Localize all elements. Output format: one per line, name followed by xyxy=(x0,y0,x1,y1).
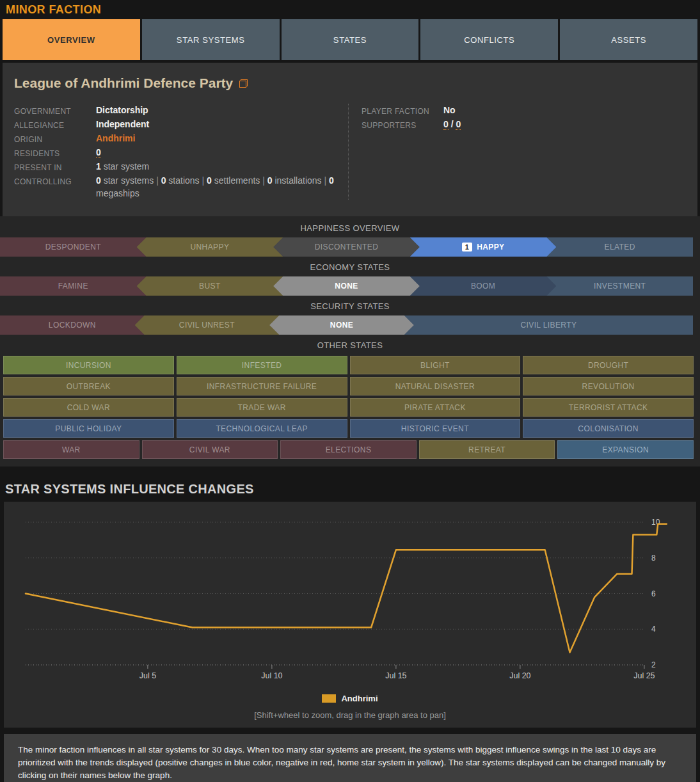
origin-link[interactable]: Andhrimi xyxy=(96,133,135,143)
detail-label: CONTROLLING xyxy=(14,174,96,200)
state-segment-none: NONE xyxy=(269,315,414,335)
detail-value-part[interactable]: 0 xyxy=(96,147,101,158)
detail-value: 0 xyxy=(96,146,101,160)
detail-value: 1 star system xyxy=(96,160,149,174)
state-cell-public-holiday: PUBLIC HOLIDAY xyxy=(3,419,174,438)
svg-text:8: 8 xyxy=(651,554,656,563)
faction-detail-row: ALLEGIANCEIndependent xyxy=(14,118,348,132)
detail-value-part: Dictatorship xyxy=(96,105,148,115)
svg-text:Jul 15: Jul 15 xyxy=(385,671,406,680)
tab-states[interactable]: STATES xyxy=(282,19,419,60)
faction-detail-row: PLAYER FACTIONNo xyxy=(362,104,686,118)
other-states-row: PUBLIC HOLIDAYTECHNOLOGICAL LEAPHISTORIC… xyxy=(3,419,694,438)
state-cell-historic-event: HISTORIC EVENT xyxy=(350,419,521,438)
legend-swatch-andhrimi xyxy=(322,694,336,703)
detail-value-part: 1 xyxy=(96,161,101,172)
detail-value-part: | xyxy=(154,175,161,186)
states-panel: HAPPINESS OVERVIEWDESPONDENTUNHAPPYDISCO… xyxy=(0,216,700,467)
state-cell-civil-war: CIVIL WAR xyxy=(142,440,278,459)
state-bar-security-states: LOCKDOWNCIVIL UNRESTNONECIVIL LIBERTY xyxy=(0,315,693,335)
state-segment-despondent: DESPONDENT xyxy=(0,237,147,257)
faction-info-panel: League of Andhrimi Defence Party GOVERNM… xyxy=(3,63,697,216)
detail-value: Andhrimi xyxy=(96,132,135,146)
state-cell-retreat: RETREAT xyxy=(419,440,555,459)
state-segment-famine: FAMINE xyxy=(0,276,147,296)
state-segment-civil-liberty: CIVIL LIBERTY xyxy=(404,315,693,335)
other-states-title: OTHER STATES xyxy=(0,335,700,355)
state-bar-title: ECONOMY STATES xyxy=(0,257,700,276)
tab-assets[interactable]: ASSETS xyxy=(560,19,697,60)
detail-value-part: installations xyxy=(273,175,322,186)
tab-conflicts[interactable]: CONFLICTS xyxy=(420,19,558,60)
detail-value-part: 0 xyxy=(207,175,212,186)
state-cell-natural-disaster: NATURAL DISASTER xyxy=(350,377,521,395)
svg-text:Jul 25: Jul 25 xyxy=(633,671,655,680)
state-bar-title: SECURITY STATES xyxy=(0,296,700,315)
faction-name: League of Andhrimi Defence Party xyxy=(14,76,233,91)
other-states-grid: INCURSIONINFESTEDBLIGHTDROUGHTOUTBREAKIN… xyxy=(3,356,694,459)
detail-value-part: Independent xyxy=(96,119,149,129)
svg-text:6: 6 xyxy=(651,589,656,598)
state-segment-lockdown: LOCKDOWN xyxy=(0,315,145,335)
faction-detail-row: PRESENT IN1 star system xyxy=(14,160,348,174)
state-cell-incursion: INCURSION xyxy=(3,356,174,374)
influence-chart[interactable]: 246810Jul 5Jul 10Jul 15Jul 20Jul 25 xyxy=(4,507,696,691)
state-bar-title: HAPPINESS OVERVIEW xyxy=(0,218,700,237)
detail-value: No xyxy=(443,104,456,118)
detail-value-part: star system xyxy=(101,161,149,172)
state-cell-infrastructure-failure: INFRASTRUCTURE FAILURE xyxy=(177,377,347,395)
legend-item-andhrimi[interactable]: Andhrimi xyxy=(341,694,378,703)
faction-detail-row: RESIDENTS0 xyxy=(14,146,348,160)
state-segment-none: NONE xyxy=(273,276,420,296)
faction-detail-row: GOVERNMENTDictatorship xyxy=(14,104,348,118)
state-segment-boom: BOOM xyxy=(410,276,557,296)
detail-value-part: 0 xyxy=(329,175,334,186)
detail-label: GOVERNMENT xyxy=(14,104,96,118)
state-bar-happiness-overview: DESPONDENTUNHAPPYDISCONTENTED1HAPPYELATE… xyxy=(0,237,693,257)
detail-value: 0 star systems | 0 stations | 0 settleme… xyxy=(96,174,348,200)
state-cell-war: WAR xyxy=(3,440,139,459)
detail-value-part: star systems xyxy=(101,175,154,186)
detail-label: ALLEGIANCE xyxy=(14,118,96,132)
state-segment-unhappy: UNHAPPY xyxy=(137,237,283,257)
svg-text:Jul 20: Jul 20 xyxy=(509,671,530,680)
state-cell-revolution: REVOLUTION xyxy=(523,377,694,395)
detail-value-part: | xyxy=(322,175,329,186)
detail-value-part[interactable]: 0 xyxy=(456,119,461,130)
tab-star-systems[interactable]: STAR SYSTEMS xyxy=(142,19,280,60)
svg-text:Jul 5: Jul 5 xyxy=(139,671,156,680)
other-states-row: INCURSIONINFESTEDBLIGHTDROUGHT xyxy=(3,356,694,374)
state-bar-economy-states: FAMINEBUSTNONEBOOMINVESTMENT xyxy=(0,276,693,296)
state-cell-infested: INFESTED xyxy=(177,356,347,374)
state-cell-pirate-attack: PIRATE ATTACK xyxy=(350,398,521,417)
detail-value-part: | xyxy=(260,175,267,186)
state-count-badge: 1 xyxy=(462,243,473,251)
influence-chart-panel: 246810Jul 5Jul 10Jul 15Jul 20Jul 25 Andh… xyxy=(4,502,696,728)
detail-value: 0 / 0 xyxy=(443,118,461,132)
page-header: MINOR FACTION xyxy=(0,0,700,19)
tabbar: OVERVIEWSTAR SYSTEMSSTATESCONFLICTSASSET… xyxy=(3,19,697,60)
tab-overview[interactable]: OVERVIEW xyxy=(3,19,140,60)
influence-line-andhrimi xyxy=(26,524,667,653)
svg-text:10: 10 xyxy=(651,518,660,527)
copy-icon[interactable] xyxy=(239,79,248,88)
svg-text:2: 2 xyxy=(651,660,656,669)
detail-value-part: 0 xyxy=(267,175,273,186)
state-segment-elated: ELATED xyxy=(546,237,693,257)
detail-value-part: settlements xyxy=(212,175,260,186)
state-segment-bust: BUST xyxy=(137,276,283,296)
state-segment-civil-unrest: CIVIL UNREST xyxy=(135,315,280,335)
other-states-row: WARCIVIL WARELECTIONSRETREATEXPANSION xyxy=(3,440,694,459)
page-title: MINOR FACTION xyxy=(6,3,101,16)
state-cell-blight: BLIGHT xyxy=(350,356,521,374)
detail-label: SUPPORTERS xyxy=(362,118,443,132)
state-cell-trade-war: TRADE WAR xyxy=(177,398,347,417)
svg-text:4: 4 xyxy=(651,625,656,634)
state-cell-elections: ELECTIONS xyxy=(280,440,417,459)
detail-label: RESIDENTS xyxy=(14,146,96,160)
detail-value-part[interactable]: 0 xyxy=(443,119,449,130)
state-cell-cold-war: COLD WAR xyxy=(3,398,174,417)
faction-details-right: PLAYER FACTIONNoSUPPORTERS0 / 0 xyxy=(348,104,686,200)
detail-value-part: No xyxy=(443,105,456,115)
detail-label: PRESENT IN xyxy=(14,160,96,174)
